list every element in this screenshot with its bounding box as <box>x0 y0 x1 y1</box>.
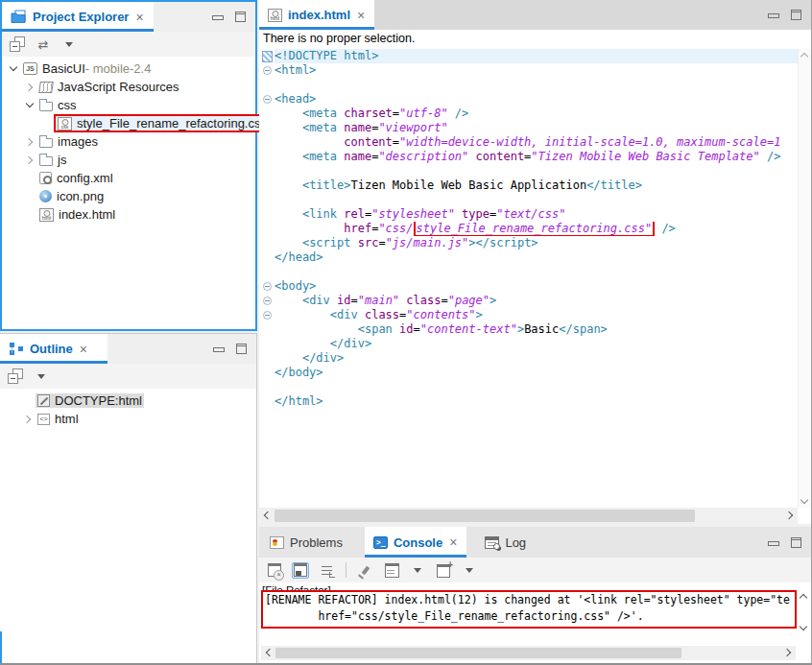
scroll-right-icon[interactable] <box>785 511 793 519</box>
tab-console[interactable]: Console × <box>365 527 466 558</box>
tree-item-label: css <box>58 98 77 112</box>
active-tab-underline <box>365 555 466 558</box>
fold-collapse-icon[interactable] <box>259 279 275 294</box>
tab-outline[interactable]: Outline × <box>0 334 107 364</box>
folder-icon <box>39 156 53 166</box>
editor-tab-label: index.html <box>288 8 350 22</box>
scroll-right-icon[interactable] <box>783 649 791 656</box>
code-line: <div class="contents"> <box>259 308 811 322</box>
pin-console-icon[interactable] <box>357 562 374 579</box>
tree-item-folder-images[interactable]: images <box>2 132 255 151</box>
fold-collapse-icon[interactable] <box>259 92 275 107</box>
code-line: <link rel="stylesheet" type="text/css" <box>259 207 811 222</box>
code-line: <!DOCTYPE html> <box>259 49 811 63</box>
scroll-up-icon[interactable] <box>800 53 808 60</box>
console-output[interactable]: [RENAME REFACTOR] index.html(12) is chan… <box>261 590 797 629</box>
tree-item-outline-html[interactable]: html <box>0 410 256 428</box>
minimize-button[interactable] <box>768 13 779 18</box>
editor-vertical-scrollbar[interactable] <box>798 49 811 508</box>
link-with-editor-icon[interactable] <box>35 36 52 53</box>
tree-item-file-style-css[interactable]: style_File_rename_refactoring.css <box>2 114 255 132</box>
close-icon[interactable]: × <box>356 9 366 22</box>
maximize-button[interactable] <box>235 12 246 22</box>
scroll-left-icon[interactable] <box>266 649 274 656</box>
view-menu-caret[interactable] <box>33 368 50 385</box>
ruler-cell <box>259 236 275 250</box>
console-panel: Problems Console × Log [File Refactor] [… <box>259 527 811 663</box>
project-icon <box>23 62 37 75</box>
tree-item-javascript-resources[interactable]: JavaScript Resources <box>2 78 255 96</box>
expander-closed-icon[interactable] <box>22 157 37 163</box>
minimize-button[interactable] <box>212 15 224 20</box>
collapse-all-icon[interactable] <box>7 368 24 385</box>
fold-collapse-icon[interactable] <box>259 63 275 78</box>
outline-title: Outline <box>30 342 73 356</box>
window-edge-accent <box>0 631 2 663</box>
maximize-button[interactable] <box>791 10 801 20</box>
minimize-button[interactable] <box>768 541 779 546</box>
view-menu-caret[interactable] <box>409 562 426 579</box>
tree-item-folder-css[interactable]: css <box>2 96 255 114</box>
code-line: <head> <box>259 92 811 107</box>
close-icon[interactable]: × <box>448 535 458 549</box>
expander-closed-icon[interactable] <box>22 84 37 90</box>
close-icon[interactable]: × <box>79 343 88 356</box>
tree-item-file-index-html[interactable]: index.html <box>2 205 255 224</box>
expander-open-icon[interactable] <box>22 104 37 107</box>
view-menu-caret[interactable] <box>461 562 478 579</box>
maximize-button[interactable] <box>236 344 247 354</box>
tab-index-html[interactable]: index.html × <box>259 0 374 30</box>
scroll-lock-icon[interactable] <box>292 562 309 579</box>
outline-toolbar <box>0 364 256 389</box>
collapse-all-icon[interactable] <box>9 36 26 53</box>
editor-message: There is no proper selection. <box>259 30 811 49</box>
tab-log[interactable]: Log <box>476 527 535 558</box>
console-horizontal-scrollbar[interactable] <box>261 646 796 660</box>
tree-item-file-config-xml[interactable]: config.xml <box>2 169 255 187</box>
view-menu-caret[interactable] <box>60 36 78 53</box>
tree-item-project-basicui[interactable]: BasicUI - mobile-2.4 <box>2 59 255 78</box>
minimize-button[interactable] <box>213 347 225 352</box>
ruler-cell <box>259 78 275 92</box>
scroll-down-icon[interactable] <box>800 496 808 504</box>
outline-icon <box>9 342 24 356</box>
close-icon[interactable]: × <box>134 11 144 24</box>
tree-item-label: JavaScript Resources <box>58 80 179 94</box>
ruler-cell <box>259 351 275 366</box>
scrollbar-thumb[interactable] <box>275 648 681 658</box>
ruler-cell <box>259 394 275 409</box>
project-explorer-toolbar <box>2 32 255 57</box>
tree-item-file-icon-png[interactable]: icon.png <box>2 187 255 205</box>
tree-item-outline-doctype[interactable]: DOCTYPE:html <box>0 392 256 410</box>
scroll-up-icon[interactable] <box>800 594 807 602</box>
code-line: <meta name="viewport" <box>259 121 811 135</box>
open-console-icon[interactable] <box>435 562 452 579</box>
tab-problems[interactable]: Problems <box>261 527 351 558</box>
console-vertical-scrollbar[interactable] <box>798 590 810 634</box>
expander-closed-icon[interactable] <box>22 139 37 145</box>
scroll-down-icon[interactable] <box>800 623 807 630</box>
tab-project-explorer[interactable]: Project Explorer × <box>2 2 154 32</box>
editor-horizontal-scrollbar[interactable] <box>259 508 798 524</box>
tree-item-folder-js[interactable]: js <box>2 151 255 169</box>
active-tab-underline <box>2 29 154 32</box>
fold-collapse-icon[interactable] <box>259 294 275 308</box>
code-editor[interactable]: <!DOCTYPE html><html><head> <meta charse… <box>259 49 811 508</box>
doctype-icon <box>37 394 50 407</box>
ruler-cell <box>259 366 275 380</box>
code-line: </div> <box>259 337 811 351</box>
word-wrap-icon[interactable] <box>318 562 335 579</box>
display-selected-console-icon[interactable] <box>383 562 400 579</box>
maximize-button[interactable] <box>791 537 801 548</box>
expander-closed-icon[interactable] <box>20 416 36 422</box>
code-line: </body> <box>259 366 811 380</box>
scrollbar-thumb[interactable] <box>275 510 695 522</box>
fold-collapse-icon[interactable] <box>259 308 275 322</box>
ruler-cell <box>259 121 275 135</box>
log-icon <box>485 536 499 549</box>
scroll-left-icon[interactable] <box>264 511 272 519</box>
expander-open-icon[interactable] <box>6 67 21 70</box>
clear-console-icon[interactable] <box>266 562 283 579</box>
console-toolbar <box>259 558 811 582</box>
code-line: <script src="js/main.js"></script> <box>259 236 811 250</box>
